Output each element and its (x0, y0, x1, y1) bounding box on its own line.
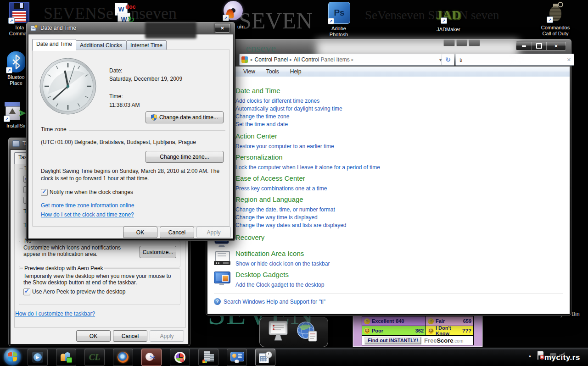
windows-flag-icon (13, 352, 17, 356)
timezone-info-link[interactable]: Get more time zone information online (41, 202, 134, 209)
ps-badge: Ps (334, 8, 344, 18)
background-window-fragment[interactable] (443, 39, 480, 46)
notification-area-icon (214, 251, 230, 266)
result-group-recovery[interactable]: Recovery (235, 233, 264, 241)
help-search-row[interactable]: ? Search Windows Help and Support for "t… (214, 298, 325, 305)
result-link[interactable]: Set the time and date (235, 121, 288, 128)
time-label: Time: (109, 93, 123, 100)
taskbar-item-messenger[interactable] (56, 349, 76, 366)
close-button[interactable]: ✕ (546, 41, 566, 50)
menu-view[interactable]: View (243, 68, 255, 75)
icon-label: JADMaker (434, 27, 463, 33)
menu-help[interactable]: Help (290, 68, 302, 75)
taskbar-item-capture-tool[interactable]: ✂ (141, 349, 162, 366)
internet-globe-icon[interactable] (295, 320, 320, 344)
desktop-icon-disc-burn[interactable]: ↗ urn (224, 1, 245, 20)
tab-internet-time[interactable]: Internet Time (126, 40, 167, 50)
desktop-icon-commandos[interactable]: ↗ Commandos Call of Duty (536, 2, 575, 22)
close-icon: ✕ (220, 26, 224, 31)
jad-badge: JAD (436, 8, 461, 22)
ad-cell-poor: Poor 362 (362, 326, 426, 335)
result-link[interactable]: Add clocks for different time zones (235, 98, 319, 104)
result-group-notification-area[interactable]: Notification Area Icons (235, 250, 304, 257)
wallpaper-text: SEVEN (239, 7, 313, 34)
result-link[interactable]: Restore your computer to an earlier time (235, 143, 334, 150)
date-time-icon (259, 351, 272, 363)
search-clear-icon[interactable]: ✕ (567, 57, 571, 63)
desktop-icon-bluetooth-places[interactable]: ↗ Bluetoo Place (3, 51, 29, 72)
help-icon: ? (214, 298, 221, 305)
freescore-ad-banner[interactable]: Excellent 840 Fair 659 Poor 362 I Don't … (362, 316, 474, 345)
timezone-group-header: Time zone (41, 126, 225, 133)
tab-date-and-time[interactable]: Date and Time (32, 39, 76, 51)
capture-tool-icon: ✂ (146, 352, 157, 363)
result-link[interactable]: Press key combinations one at a time (235, 185, 327, 192)
ad-cell-excellent: Excellent 840 (362, 316, 426, 326)
taskbar-item-meter-clock[interactable] (170, 349, 190, 366)
desktop-icon-total-commander[interactable]: ↗ Tota Comman (6, 2, 33, 23)
taskbar-item-system-tool[interactable] (198, 349, 218, 366)
start-button[interactable] (4, 348, 21, 366)
cancel-button[interactable]: Cancel (113, 330, 147, 342)
taskbar-item-display-settings[interactable] (227, 349, 247, 366)
change-timezone-button[interactable]: Change time zone... (146, 151, 224, 163)
result-link[interactable]: Change the way dates and lists are displ… (235, 222, 346, 228)
menu-tools[interactable]: Tools (266, 68, 279, 75)
action-center-flag-icon[interactable]: ✕ (537, 351, 544, 360)
ok-button[interactable]: OK (123, 227, 157, 238)
smiley-icon (364, 318, 370, 324)
desktop-icon-jadmaker[interactable]: JAD ↗ JADMaker (434, 6, 463, 24)
clock-help-link[interactable]: How do I set the clock and time zone? (41, 211, 134, 218)
notify-clock-change-checkbox[interactable] (41, 189, 48, 196)
result-link[interactable]: Show or hide clock icon on the taskbar (235, 261, 330, 267)
breadcrumb-item[interactable]: Control Panel (255, 56, 288, 63)
taskbar: ▶ CL ✂ (0, 347, 588, 366)
date-time-dialog-icon (30, 25, 38, 31)
result-link[interactable]: Change the time zone (235, 113, 289, 120)
breadcrumb-arrow-icon: ▸ (251, 57, 253, 62)
result-group-desktop-gadgets[interactable]: Desktop Gadgets (235, 271, 289, 278)
cancel-button[interactable]: Cancel (160, 227, 194, 238)
taskbar-item-cl-app[interactable]: CL (84, 349, 105, 366)
aero-peek-text: Temporarily view the desktop when you mo… (23, 273, 175, 286)
analog-clock (39, 57, 97, 115)
close-button[interactable]: ✕ (215, 23, 230, 33)
freescore-logo: FreeScore.com (424, 337, 463, 344)
cl-app-icon: CL (89, 352, 100, 362)
maximize-button[interactable] (532, 41, 546, 50)
dialog-client: Date and Time Additional Clocks Internet… (28, 34, 233, 239)
tray-expand-icon[interactable]: ▲ (528, 354, 532, 358)
result-link[interactable]: Change the way time is displayed (235, 214, 318, 221)
dialog-titlebar[interactable]: Date and Time (26, 22, 235, 34)
aero-peek-checkbox[interactable] (23, 288, 30, 295)
change-date-time-button[interactable]: Change date and time... (146, 111, 224, 123)
wallpaper-text: SeVenseven SEVEN seven (365, 8, 499, 22)
ad-cta-button[interactable]: Find out INSTANTLY! (364, 337, 421, 344)
watermark: mycity.rs (544, 353, 580, 362)
minimize-button[interactable] (516, 41, 532, 50)
result-group-date-and-time[interactable]: Date and Time (235, 87, 280, 94)
documents-monitor-icon[interactable] (267, 320, 291, 343)
tab-additional-clocks[interactable]: Additional Clocks (76, 40, 126, 50)
ok-button[interactable]: OK (76, 330, 111, 342)
taskbar-item-firefox[interactable] (113, 349, 133, 366)
result-group-ease-of-access[interactable]: Ease of Access Center (235, 174, 305, 182)
result-link[interactable]: Automatically adjust for daylight saving… (235, 105, 342, 112)
cd-burn-icon: ↗ (224, 1, 243, 20)
customize-button[interactable]: Customize... (140, 246, 176, 258)
result-link[interactable]: Change the date, time, or number format (235, 206, 335, 213)
desktop-icon-photoshop[interactable]: Ps ↗ Adobe Photosh (321, 2, 356, 24)
taskbar-item-date-time[interactable] (255, 349, 275, 366)
glass-icon-panel (259, 317, 328, 347)
result-group-region-language[interactable]: Region and Language (235, 195, 303, 203)
browser-window-fragment: Excellent 840 Fair 659 Poor 362 I Don't … (353, 313, 483, 347)
customize-taskbar-help-link[interactable]: How do I customize the taskbar? (15, 311, 95, 317)
desktop-gadgets-icon (214, 272, 230, 286)
date-label: Date: (109, 67, 123, 74)
window-controls: ✕ (516, 41, 566, 50)
result-group-personalization[interactable]: Personalization (235, 153, 283, 161)
result-link[interactable]: Lock the computer when I leave it alone … (235, 164, 380, 171)
result-link[interactable]: Add the Clock gadget to the desktop (235, 282, 324, 288)
taskbar-item-media-player[interactable]: ▶ (28, 349, 48, 366)
result-group-action-center[interactable]: Action Center (235, 132, 277, 140)
